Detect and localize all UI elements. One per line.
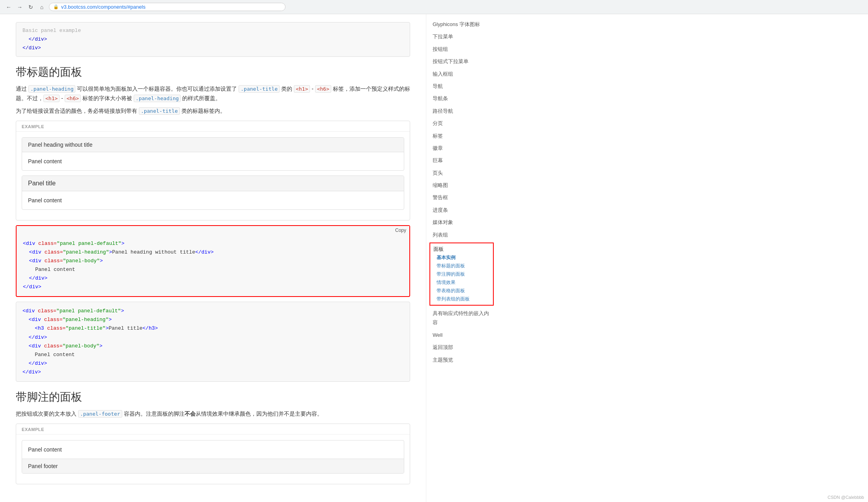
sidebar-item-progressbar[interactable]: 进度条 (426, 204, 497, 216)
right-sidebar: Glyphicons 字体图标 下拉菜单 按钮组 按钮式下拉菜单 输入框组 导航… (426, 14, 497, 502)
panel-2-title: Panel title (28, 180, 398, 187)
browser-bar: ← → ↻ ⌂ 🔒 v3.bootcss.com/components/#pan… (0, 0, 868, 14)
sidebar-panel-subsection: 面板 基本实例 带标题的面板 带注脚的面板 情境效果 带表格的面板 带列表组的面… (429, 243, 494, 306)
code-block-1-highlighted: Copy <div class="panel panel-default"> <… (16, 225, 410, 297)
panel-3-footer: Panel footer (22, 459, 404, 473)
section2-desc: 把按钮或次要的文本放入 .panel-footer 容器内。注意面板的脚注不会从… (16, 409, 410, 419)
panel-2-heading: Panel title (22, 176, 404, 191)
panel-2: Panel title Panel content (22, 175, 404, 210)
sidebar-sub-basic[interactable]: 基本实例 (430, 254, 493, 262)
example-label-2: EXAMPLE (16, 424, 410, 435)
sidebar-item-theme[interactable]: 主题预览 (426, 354, 497, 366)
panel-2-body: Panel content (22, 191, 404, 209)
sidebar-sub-title[interactable]: 带标题的面板 (430, 262, 493, 270)
code-block-1-content: <div class="panel panel-default"> <div c… (17, 235, 409, 297)
sidebar-sub-listgroup[interactable]: 带列表组的面板 (430, 295, 493, 303)
home-button[interactable]: ⌂ (38, 3, 46, 11)
sidebar-item-pagehead[interactable]: 页头 (426, 167, 497, 179)
copy-button-1[interactable]: Copy (395, 228, 406, 233)
back-button[interactable]: ← (5, 3, 13, 11)
sidebar-item-alerts[interactable]: 警告框 (426, 191, 497, 203)
sidebar-item-dropdown[interactable]: 下拉菜单 (426, 30, 497, 43)
sidebar-item-embed[interactable]: 具有响应式特性的嵌入内容 (426, 307, 497, 329)
refresh-button[interactable]: ↻ (27, 3, 35, 11)
sidebar-item-jumbotron[interactable]: 巨幕 (426, 154, 497, 166)
sidebar-item-listgroup[interactable]: 列表组 (426, 229, 497, 241)
sidebar-panel-title: 面板 (430, 245, 493, 254)
top-code-block: Basic panel example </div> </div> (16, 22, 410, 57)
url-text: v3.bootcss.com/components/#panels (61, 4, 146, 10)
sidebar-item-btndropdown[interactable]: 按钮式下拉菜单 (426, 55, 497, 67)
sidebar-item-nav[interactable]: 导航 (426, 80, 497, 92)
code-block-2: <div class="panel panel-default"> <div c… (16, 302, 410, 382)
example-inner-2: Panel content Panel footer (16, 435, 410, 484)
sidebar-sub-table[interactable]: 带表格的面板 (430, 287, 493, 295)
section1-desc2: 为了给链接设置合适的颜色，务必将链接放到带有 .panel-title 类的标题… (16, 106, 410, 116)
example-box-2: EXAMPLE Panel content Panel footer (16, 424, 410, 484)
example-box-1: EXAMPLE Panel heading without title Pane… (16, 121, 410, 220)
panel-1: Panel heading without title Panel conten… (22, 137, 404, 171)
attribution: CSDN @Calebbbb (828, 495, 864, 500)
sidebar-item-labels[interactable]: 标签 (426, 130, 497, 142)
example-inner-1: Panel heading without title Panel conten… (16, 132, 410, 220)
sidebar-sub-footer[interactable]: 带注脚的面板 (430, 270, 493, 278)
panel-1-body: Panel content (22, 152, 404, 170)
sidebar-item-navbar[interactable]: 导航条 (426, 92, 497, 105)
lock-icon: 🔒 (53, 4, 59, 9)
panel-1-heading: Panel heading without title (22, 138, 404, 152)
code-block-1-header: Copy (17, 226, 409, 235)
sidebar-item-inputgroup[interactable]: 输入框组 (426, 68, 497, 80)
address-bar[interactable]: 🔒 v3.bootcss.com/components/#panels (49, 3, 286, 11)
sidebar-item-pagination[interactable]: 分页 (426, 117, 497, 129)
sidebar-item-thumbnails[interactable]: 缩略图 (426, 179, 497, 191)
section1-title: 带标题的面板 (16, 65, 410, 80)
main-content: Basic panel example </div> </div> 带标题的面板… (0, 14, 426, 502)
forward-button[interactable]: → (16, 3, 24, 11)
sidebar-sub-context[interactable]: 情境效果 (430, 278, 493, 287)
sidebar-item-media[interactable]: 媒体对象 (426, 216, 497, 228)
code-block-2-content: <div class="panel panel-default"> <div c… (16, 302, 410, 381)
panel-3: Panel content Panel footer (22, 440, 404, 474)
sidebar-item-btngroup[interactable]: 按钮组 (426, 43, 497, 55)
sidebar-item-badges[interactable]: 徽章 (426, 142, 497, 154)
sidebar-item-glyphicons[interactable]: Glyphicons 字体图标 (426, 18, 497, 30)
example-label-1: EXAMPLE (16, 121, 410, 132)
sidebar-item-well[interactable]: Well (426, 329, 497, 341)
sidebar-item-backtotop[interactable]: 返回顶部 (426, 341, 497, 353)
page-layout: Basic panel example </div> </div> 带标题的面板… (0, 14, 868, 502)
sidebar-item-breadcrumb[interactable]: 路径导航 (426, 105, 497, 117)
section2-title: 带脚注的面板 (16, 390, 410, 405)
section1-desc1: 通过 .panel-heading 可以很简单地为面板加入一个标题容器。你也可以… (16, 84, 410, 103)
panel-3-body: Panel content (22, 440, 404, 459)
